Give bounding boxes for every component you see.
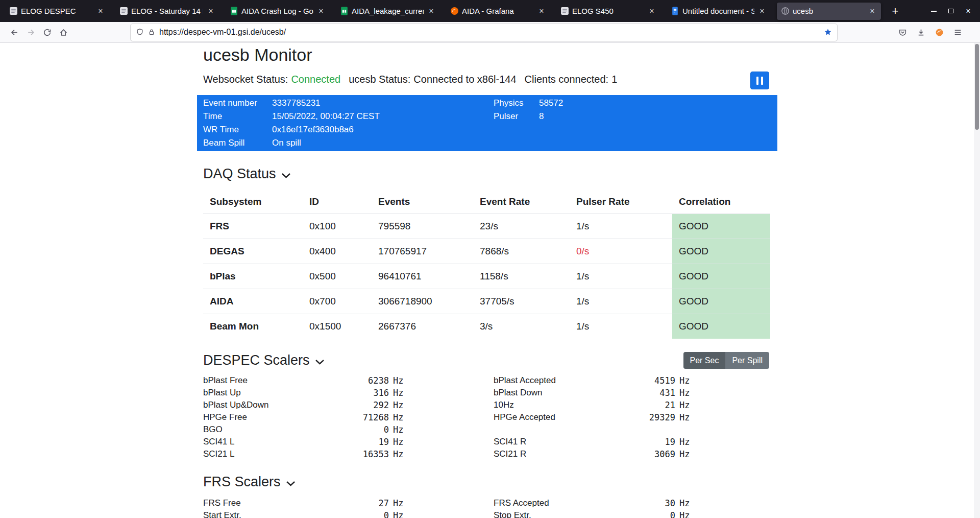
- scaler-value: 316: [241, 388, 389, 398]
- pause-button[interactable]: [750, 72, 769, 89]
- tab-elog-s450[interactable]: ELOG S450 ×: [556, 3, 660, 20]
- correlation-cell: GOOD: [672, 214, 770, 239]
- scaler-row: bPlast Accepted4519Hz: [494, 374, 694, 387]
- url-text: https://despec-vm-01.gsi.de/ucesb/: [159, 28, 832, 37]
- event-info-left: Event number 3337785231 Time 15/05/2022,…: [197, 97, 494, 150]
- tab-aida-leakage[interactable]: AIDA_leakage_current - ×: [336, 3, 440, 20]
- column-header: Subsystem: [203, 190, 303, 214]
- column-header: Correlation: [672, 190, 770, 214]
- scaler-row: 10Hz21Hz: [494, 399, 694, 411]
- column-header: ID: [303, 190, 372, 214]
- event-info-box: Event number 3337785231 Time 15/05/2022,…: [197, 95, 777, 151]
- extension-icon[interactable]: [931, 24, 947, 40]
- per-sec-button[interactable]: Per Sec: [683, 352, 726, 369]
- despec-scalers-heading: DESPEC Scalers: [203, 352, 310, 368]
- scaler-label: 10Hz: [494, 400, 514, 410]
- scaler-label: HPGe Free: [203, 412, 247, 422]
- scaler-label: Stop Extr.: [494, 510, 531, 518]
- tab-close-icon[interactable]: ×: [757, 7, 767, 16]
- chevron-down-icon[interactable]: [281, 173, 291, 178]
- back-button[interactable]: [6, 24, 22, 40]
- events-cell: 3066718900: [372, 289, 473, 314]
- clients-connected-label: Clients connected:: [525, 74, 609, 85]
- scaler-row: bPlast Down431Hz: [494, 387, 694, 399]
- tab-close-icon[interactable]: ×: [537, 7, 546, 16]
- window-controls: ×: [925, 0, 977, 22]
- frs-scalers-heading: FRS Scalers: [203, 474, 281, 490]
- info-value: 3337785231: [272, 98, 321, 108]
- menu-button[interactable]: [949, 24, 966, 40]
- reload-button[interactable]: [39, 24, 55, 40]
- chevron-down-icon[interactable]: [315, 359, 325, 365]
- scaler-label: SCI21 R: [494, 449, 526, 459]
- pocket-icon[interactable]: [894, 24, 911, 40]
- despec-scalers-list: bPlast Free6238Hz bPlast Up316Hz bPlast …: [203, 374, 770, 460]
- tab-close-icon[interactable]: ×: [427, 7, 436, 16]
- scaler-row: FRS Free27Hz: [203, 497, 407, 509]
- tab-close-icon[interactable]: ×: [206, 7, 215, 16]
- window-close-button[interactable]: ×: [960, 4, 977, 19]
- tab-title: ELOG - Saturday 14 May: [131, 7, 203, 15]
- scaler-unit: Hz: [393, 498, 407, 508]
- url-bar[interactable]: https://despec-vm-01.gsi.de/ucesb/: [131, 24, 837, 41]
- shield-icon[interactable]: [136, 28, 144, 36]
- forward-button[interactable]: [22, 24, 39, 40]
- pulser-rate-cell: 1/s: [570, 314, 672, 339]
- info-value: 0x16ef17ef3630b8a6: [272, 125, 354, 135]
- new-tab-button[interactable]: +: [887, 3, 903, 19]
- info-value: 8: [539, 111, 544, 122]
- scaler-value: 19: [234, 437, 389, 447]
- page-scrollbar[interactable]: [974, 43, 980, 518]
- scaler-unit: Hz: [679, 510, 694, 518]
- scaler-unit: Hz: [393, 375, 407, 386]
- scaler-unit: Hz: [679, 412, 694, 422]
- info-value: 15/05/2022, 00:04:27 CEST: [272, 111, 380, 122]
- scaler-row: FRS Accepted30Hz: [494, 497, 694, 509]
- events-cell: 2667376: [372, 314, 473, 339]
- tab-grafana[interactable]: AIDA - Grafana ×: [446, 3, 550, 20]
- tab-untitled-document[interactable]: Untitled document - S450_ ×: [667, 3, 771, 20]
- tab-title: ucesb: [793, 7, 865, 15]
- tab-elog-saturday[interactable]: ELOG - Saturday 14 May ×: [115, 3, 219, 20]
- websocket-status-label: Websocket Status:: [203, 74, 288, 85]
- scaler-label: Start Extr.: [203, 510, 241, 518]
- daq-status-section-header: DAQ Status: [203, 164, 770, 183]
- scaler-label: HPGe Accepted: [494, 412, 555, 422]
- tab-ucesb[interactable]: ucesb ×: [777, 3, 881, 20]
- scaler-value: 71268: [247, 412, 389, 422]
- scaler-value: 29329: [555, 412, 675, 422]
- lock-icon[interactable]: [148, 28, 156, 36]
- scrollbar-thumb[interactable]: [975, 44, 979, 130]
- scaler-row: HPGe Accepted29329Hz: [494, 411, 694, 423]
- window-minimize-button[interactable]: [925, 4, 942, 19]
- bookmark-star-icon[interactable]: [824, 28, 832, 36]
- tab-elog-despec[interactable]: ELOG DESPEC ×: [5, 3, 109, 20]
- events-cell: 795598: [372, 214, 473, 239]
- event-rate-cell: 37705/s: [473, 289, 570, 314]
- tab-close-icon[interactable]: ×: [316, 7, 326, 16]
- tab-close-icon[interactable]: ×: [868, 7, 877, 16]
- scalers-left-column: FRS Free27Hz Start Extr.0Hz: [203, 497, 407, 518]
- home-button[interactable]: [55, 24, 71, 40]
- tab-close-icon[interactable]: ×: [96, 7, 105, 16]
- scaler-value: 3069: [526, 449, 675, 459]
- info-label: Event number: [203, 98, 272, 108]
- downloads-button[interactable]: [913, 24, 929, 40]
- id-cell: 0x1500: [303, 314, 372, 339]
- tab-title: ELOG S450: [572, 7, 644, 15]
- tab-close-icon[interactable]: ×: [647, 7, 656, 16]
- subsystem-cell: DEGAS: [203, 239, 303, 264]
- minimize-icon: [931, 11, 937, 12]
- event-info-right: Physics 58572 Pulser 8: [494, 97, 769, 150]
- scaler-row: SCI21 L16353Hz: [203, 448, 407, 460]
- info-value: On spill: [272, 138, 301, 148]
- browser-window: ELOG DESPEC × ELOG - Saturday 14 May × A…: [0, 0, 980, 518]
- chevron-down-icon[interactable]: [286, 481, 296, 486]
- scaler-unit: Hz: [393, 437, 407, 447]
- table-row: DEGAS 0x400 170765917 7868/s 0/s GOOD: [203, 239, 770, 264]
- per-spill-button[interactable]: Per Spill: [725, 352, 769, 369]
- ucesb-status-label: ucesb Status:: [349, 74, 410, 85]
- window-maximize-button[interactable]: [942, 4, 960, 19]
- tab-aida-crash-log[interactable]: AIDA Crash Log - Google ×: [226, 3, 330, 20]
- scaler-unit: Hz: [679, 375, 694, 386]
